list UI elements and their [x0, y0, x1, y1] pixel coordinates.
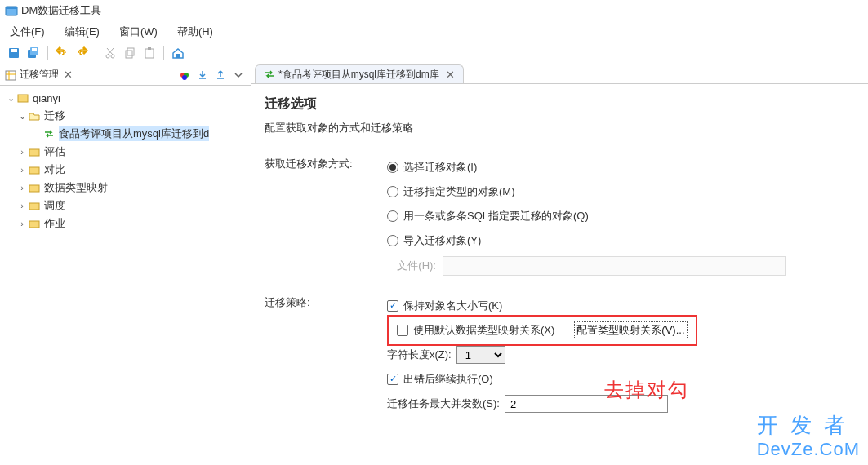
menu-file[interactable]: 文件(F) — [5, 23, 50, 41]
editor-area: *食品考评项目从mysql库迁移到dm库 ✕ 迁移选项 配置获取对象的方式和迁移… — [251, 64, 868, 465]
cut-icon[interactable] — [101, 44, 119, 62]
file-row: 文件(H): — [387, 256, 855, 276]
svg-rect-1 — [6, 7, 17, 9]
svg-rect-12 — [148, 47, 151, 50]
folder-icon — [28, 145, 41, 158]
home-icon[interactable] — [169, 44, 187, 62]
radio-select-objects[interactable]: 选择迁移对象(I) — [387, 155, 855, 179]
svg-rect-19 — [29, 149, 39, 156]
svg-rect-11 — [145, 49, 154, 58]
checkbox-icon — [387, 374, 398, 385]
radio-by-type[interactable]: 迁移指定类型的对象(M) — [387, 179, 855, 204]
radio-label: 选择迁移对象(I) — [403, 160, 477, 175]
menu-window[interactable]: 窗口(W) — [114, 23, 162, 41]
tree-folder-migrate[interactable]: ⌄ 迁移 — [2, 107, 249, 125]
charlen-combo[interactable]: 1 — [456, 346, 505, 364]
tree-folder-jobs[interactable]: › 作业 — [2, 215, 249, 232]
form-row-strategy: 迁移策略: 保持对象名大小写(K) 使用默认数据类型映射关系(X) 配置类型映射… — [265, 294, 855, 416]
menu-edit[interactable]: 编辑(E) — [60, 23, 105, 41]
side-panel-toolbar — [177, 68, 246, 82]
check-default-typemap[interactable]: 使用默认数据类型映射关系(X) — [397, 323, 554, 338]
title-bar: DM数据迁移工具 — [0, 0, 868, 21]
editor-body: 迁移选项 配置获取对象的方式和迁移策略 获取迁移对象方式: 选择迁移对象(I) … — [251, 84, 868, 465]
editor-tab[interactable]: *食品考评项目从mysql库迁移到dm库 ✕ — [255, 64, 464, 83]
folder-icon — [28, 217, 41, 230]
svg-point-7 — [106, 55, 109, 58]
save-all-icon[interactable] — [24, 44, 42, 62]
radio-icon — [387, 235, 398, 246]
folder-open-icon — [28, 109, 41, 122]
toolbar-separator — [163, 46, 164, 60]
tree-label: 对比 — [44, 162, 65, 177]
tree-toggle-icon[interactable]: › — [16, 147, 28, 157]
side-panel-tab[interactable]: 迁移管理 — [5, 68, 59, 82]
close-icon[interactable]: ✕ — [446, 69, 455, 81]
tree-folder-assess[interactable]: › 评估 — [2, 143, 249, 161]
editor-tab-label: *食品考评项目从mysql库迁移到dm库 — [278, 68, 439, 82]
form-row-mode: 获取迁移对象方式: 选择迁移对象(I) 迁移指定类型的对象(M) 用一条或多条S… — [265, 155, 855, 281]
radio-icon — [387, 162, 398, 173]
svg-point-17 — [182, 75, 187, 80]
radio-label: 导入迁移对象(Y) — [403, 233, 481, 248]
menu-help[interactable]: 帮助(H) — [172, 23, 218, 41]
project-icon — [16, 91, 29, 104]
strategy-label: 迁移策略: — [265, 294, 387, 310]
export-icon[interactable] — [213, 68, 228, 82]
menu-chevron-icon[interactable] — [231, 68, 246, 82]
radio-by-sql[interactable]: 用一条或多条SQL指定要迁移的对象(Q) — [387, 204, 855, 228]
radio-icon — [387, 186, 398, 197]
tree-toggle-icon[interactable]: ⌄ — [5, 93, 16, 104]
menu-bar: 文件(F) 编辑(E) 窗口(W) 帮助(H) — [0, 21, 868, 42]
tree-toggle-icon[interactable]: ⌄ — [16, 111, 28, 122]
redo-icon[interactable] — [73, 44, 91, 62]
tree-toggle-icon[interactable]: › — [16, 183, 28, 193]
editor-tab-bar: *食品考评项目从mysql库迁移到dm库 ✕ — [251, 64, 868, 84]
tree-label: 调度 — [44, 198, 65, 213]
transfer-icon — [264, 69, 275, 80]
tree-folder-schedule[interactable]: › 调度 — [2, 197, 249, 215]
svg-rect-10 — [127, 48, 134, 55]
svg-rect-20 — [29, 167, 39, 174]
radio-label: 用一条或多条SQL指定要迁移的对象(Q) — [403, 209, 589, 224]
save-icon[interactable] — [5, 44, 23, 62]
config-typemap-button[interactable]: 配置类型映射关系(V)... — [574, 321, 687, 339]
tree-root[interactable]: ⌄ qianyi — [2, 89, 249, 107]
watermark: 开 发 者 DevZe.CoM — [757, 413, 860, 460]
radio-import[interactable]: 导入迁移对象(Y) — [387, 228, 855, 253]
row-charlen: 字符长度x(Z): 1 — [387, 343, 855, 367]
import-icon[interactable] — [195, 68, 210, 82]
tree: ⌄ qianyi ⌄ 迁移 食品考评项目从mysql库迁移到d › 评估 › — [0, 86, 251, 236]
svg-rect-9 — [126, 51, 132, 58]
close-icon[interactable]: ✕ — [64, 69, 73, 81]
concurrency-label: 迁移任务最大并发数(S): — [387, 396, 500, 411]
refresh-icon[interactable] — [177, 68, 192, 82]
page-title: 迁移选项 — [265, 95, 855, 113]
toolbar-separator — [47, 46, 48, 60]
tree-root-label: qianyi — [33, 92, 60, 104]
check-label: 保持对象名大小写(K) — [403, 299, 502, 313]
tree-toggle-icon[interactable]: › — [16, 165, 28, 175]
watermark-line2: DevZe.CoM — [757, 439, 860, 460]
svg-rect-13 — [176, 54, 180, 58]
main-area: 迁移管理 ✕ ⌄ qianyi ⌄ 迁移 — [0, 64, 868, 465]
tree-toggle-icon[interactable]: › — [16, 201, 28, 210]
undo-icon[interactable] — [53, 44, 71, 62]
svg-rect-22 — [29, 203, 39, 210]
app-title: DM数据迁移工具 — [21, 3, 101, 18]
folder-icon — [28, 181, 41, 194]
radio-icon — [387, 210, 398, 222]
svg-rect-18 — [18, 95, 28, 102]
svg-rect-6 — [32, 48, 37, 51]
check-label: 出错后继续执行(O) — [403, 372, 493, 387]
copy-icon[interactable] — [121, 44, 139, 62]
tree-folder-compare[interactable]: › 对比 — [2, 161, 249, 179]
side-panel: 迁移管理 ✕ ⌄ qianyi ⌄ 迁移 — [0, 64, 251, 465]
side-panel-tab-label: 迁移管理 — [20, 68, 59, 82]
paste-icon[interactable] — [140, 44, 158, 62]
toolbar-separator — [96, 46, 96, 60]
svg-rect-3 — [11, 49, 17, 52]
tree-item-migration-task[interactable]: 食品考评项目从mysql库迁移到d — [2, 125, 249, 143]
tree-folder-typemap[interactable]: › 数据类型映射 — [2, 179, 249, 197]
tree-toggle-icon[interactable]: › — [16, 219, 28, 228]
check-label: 使用默认数据类型映射关系(X) — [413, 323, 554, 338]
